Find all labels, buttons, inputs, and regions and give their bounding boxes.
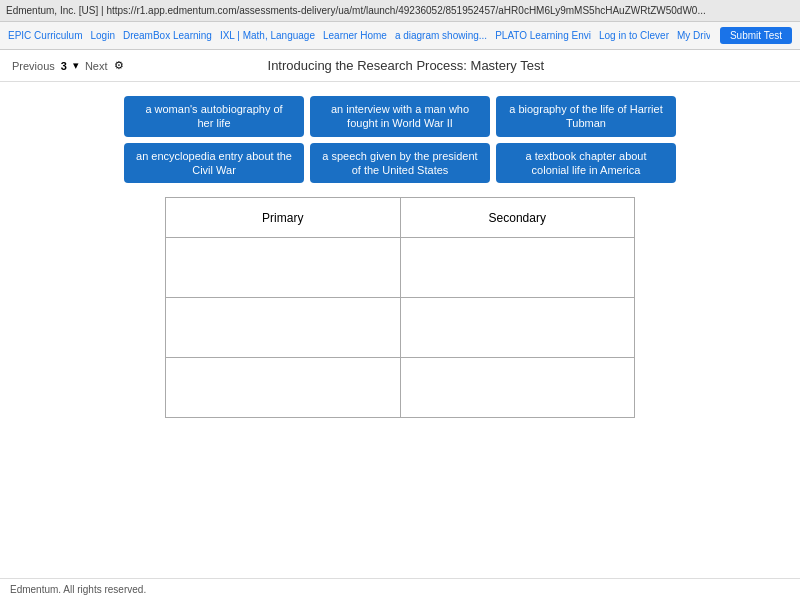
browser-url: Edmentum, Inc. [US] | https://r1.app.edm… <box>6 5 706 16</box>
nav-ixl[interactable]: IXL | Math, Language <box>220 30 315 41</box>
table-row <box>166 298 635 358</box>
page-title: Introducing the Research Process: Master… <box>268 58 545 73</box>
drag-item-6[interactable]: a textbook chapter about colonial life i… <box>496 143 676 184</box>
page-number-icon: ▾ <box>73 59 79 72</box>
nav-diagram[interactable]: a diagram showing... <box>395 30 487 41</box>
sort-table: Primary Secondary <box>165 197 635 418</box>
table-cell-secondary-2[interactable] <box>400 298 635 358</box>
main-content: a woman's autobiography of her life an i… <box>0 82 800 578</box>
drag-item-2[interactable]: an interview with a man who fought in Wo… <box>310 96 490 137</box>
drag-item-3[interactable]: a biography of the life of Harriet Tubma… <box>496 96 676 137</box>
nav-clever[interactable]: Log in to Clever <box>599 30 669 41</box>
nav-login[interactable]: Login <box>90 30 114 41</box>
drag-item-1[interactable]: a woman's autobiography of her life <box>124 96 304 137</box>
nav-links: EPIC Curriculum Login DreamBox Learning … <box>8 30 710 41</box>
nav-dreambox[interactable]: DreamBox Learning <box>123 30 212 41</box>
table-cell-secondary-1[interactable] <box>400 238 635 298</box>
table-cell-secondary-3[interactable] <box>400 358 635 418</box>
footer: Edmentum. All rights reserved. <box>0 578 800 600</box>
drag-item-5[interactable]: a speech given by the president of the U… <box>310 143 490 184</box>
table-cell-primary-1[interactable] <box>166 238 401 298</box>
nav-drive[interactable]: My Drive - <box>677 30 710 41</box>
submit-test-button[interactable]: Submit Test <box>720 27 792 44</box>
nav-epic[interactable]: EPIC Curriculum <box>8 30 82 41</box>
page-number: 3 <box>61 60 67 72</box>
col-secondary-header: Secondary <box>400 198 635 238</box>
browser-bar: Edmentum, Inc. [US] | https://r1.app.edm… <box>0 0 800 22</box>
table-cell-primary-2[interactable] <box>166 298 401 358</box>
settings-icon[interactable]: ⚙ <box>114 59 124 72</box>
nav-learner[interactable]: Learner Home <box>323 30 387 41</box>
table-row <box>166 238 635 298</box>
table-row <box>166 358 635 418</box>
drag-item-4[interactable]: an encyclopedia entry about the Civil Wa… <box>124 143 304 184</box>
previous-button[interactable]: Previous <box>12 60 55 72</box>
drag-items-area: a woman's autobiography of her life an i… <box>20 96 780 183</box>
footer-text: Edmentum. All rights reserved. <box>10 584 146 595</box>
nav-tab-bar: EPIC Curriculum Login DreamBox Learning … <box>0 22 800 50</box>
page-header: Previous 3 ▾ Next ⚙ Introducing the Rese… <box>0 50 800 82</box>
col-primary-header: Primary <box>166 198 401 238</box>
table-cell-primary-3[interactable] <box>166 358 401 418</box>
next-button[interactable]: Next <box>85 60 108 72</box>
nav-controls: Previous 3 ▾ Next ⚙ <box>12 59 124 72</box>
nav-plato[interactable]: PLATO Learning Envi <box>495 30 591 41</box>
